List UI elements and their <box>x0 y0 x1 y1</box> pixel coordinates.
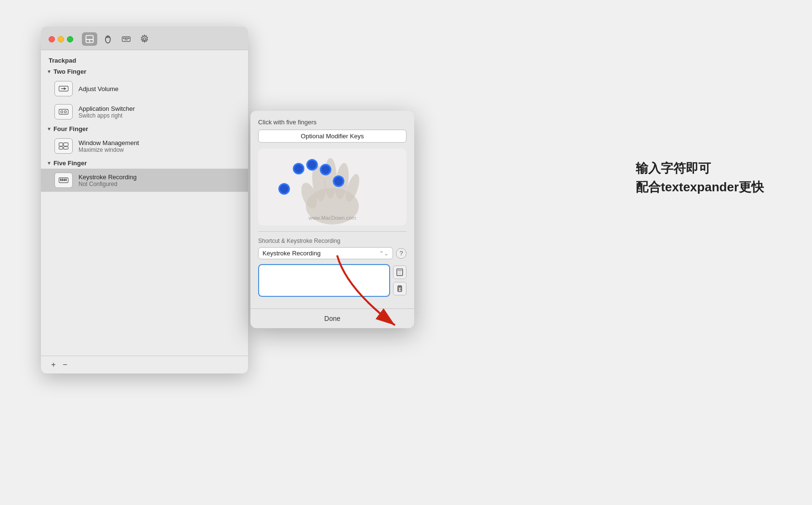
four-finger-group-toggle[interactable]: ▼ Four Finger <box>41 123 248 134</box>
middle-dot <box>306 159 318 171</box>
shortcut-row: Keystroke Recording ⌃⌄ ? <box>258 247 406 259</box>
svg-rect-41 <box>398 287 402 292</box>
settings-tab-icon[interactable] <box>137 32 152 46</box>
window-management-title: Window Management <box>79 139 139 146</box>
svg-point-8 <box>125 38 126 39</box>
window-management-icon <box>54 138 73 154</box>
five-finger-arrow-icon: ▼ <box>47 160 52 166</box>
keyboard-tab-icon[interactable] <box>118 32 134 46</box>
five-finger-label: Five Finger <box>53 159 87 167</box>
save-button[interactable] <box>393 266 406 279</box>
app-switcher-text: Application Switcher Switch apps right <box>79 105 135 119</box>
svg-point-27 <box>65 180 66 181</box>
annotation-text: 输入字符即可 配合textexpander更快 <box>636 159 764 197</box>
four-finger-label: Four Finger <box>53 125 88 133</box>
svg-marker-15 <box>64 87 66 90</box>
shortcut-select-chevron-icon: ⌃⌄ <box>379 250 389 257</box>
maximize-button[interactable] <box>67 36 73 42</box>
list-item-app-switcher[interactable]: Application Switcher Switch apps right <box>41 100 248 123</box>
shortcut-selected-label: Keystroke Recording <box>262 250 321 257</box>
hand-illustration: www.MacDown.com <box>258 148 406 226</box>
svg-point-30 <box>64 179 65 179</box>
watermark: www.MacDown.com <box>308 215 356 221</box>
traffic-lights <box>49 36 73 42</box>
modifier-keys-button[interactable]: Optional Modifier Keys <box>258 130 406 143</box>
toolbar-icons <box>82 32 152 46</box>
svg-rect-19 <box>59 143 63 146</box>
window-management-subtitle: Maximize window <box>79 146 139 153</box>
keystroke-recording-text: Keystroke Recording Not Configured <box>79 173 137 187</box>
keystroke-input-field[interactable] <box>258 264 390 297</box>
input-side-buttons <box>393 264 406 297</box>
keystroke-recording-icon <box>54 173 73 188</box>
two-finger-group-toggle[interactable]: ▼ Two Finger <box>41 66 248 77</box>
index-dot <box>293 163 304 174</box>
minimize-button[interactable] <box>58 36 64 42</box>
svg-rect-20 <box>64 143 68 146</box>
add-item-button[interactable]: + <box>49 360 58 370</box>
trackpad-tab-icon[interactable] <box>82 32 97 46</box>
keystroke-input-row <box>258 264 406 297</box>
svg-point-17 <box>61 111 63 113</box>
adjust-volume-text: Adjust Volume <box>79 85 118 93</box>
svg-point-26 <box>64 180 65 181</box>
list-item-keystroke-recording[interactable]: Keystroke Recording Not Configured <box>41 169 248 192</box>
window-management-text: Window Management Maximize window <box>79 139 139 153</box>
sidebar-content: Trackpad ▼ Two Finger Adjust Volume <box>41 50 248 356</box>
title-bar <box>41 27 248 50</box>
svg-point-18 <box>64 111 66 113</box>
close-button[interactable] <box>49 36 55 42</box>
app-switcher-subtitle: Switch apps right <box>79 112 135 119</box>
done-bar: Done <box>250 308 414 328</box>
thumb-dot <box>278 183 290 195</box>
list-item-window-management[interactable]: Window Management Maximize window <box>41 134 248 158</box>
adjust-volume-title: Adjust Volume <box>79 85 118 93</box>
bottom-bar: + − <box>41 356 248 373</box>
shortcut-type-select[interactable]: Keystroke Recording ⌃⌄ <box>258 247 393 259</box>
magic-mouse-tab-icon[interactable] <box>100 32 116 46</box>
divider <box>258 231 406 232</box>
svg-point-24 <box>60 180 61 181</box>
svg-point-25 <box>62 180 63 181</box>
keystroke-recording-subtitle: Not Configured <box>79 181 137 187</box>
trackpad-section-header: Trackpad <box>41 55 248 66</box>
svg-rect-21 <box>59 146 63 149</box>
four-finger-arrow-icon: ▼ <box>47 126 52 132</box>
done-button[interactable]: Done <box>324 315 340 322</box>
two-finger-arrow-icon: ▼ <box>47 69 52 74</box>
two-finger-label: Two Finger <box>53 68 86 75</box>
detail-panel: Click with five fingers Optional Modifie… <box>250 111 414 328</box>
shortcut-section-label: Shortcut & Keystroke Recording <box>258 238 406 244</box>
svg-rect-40 <box>398 272 401 275</box>
app-switcher-title: Application Switcher <box>79 105 135 112</box>
adjust-volume-icon <box>54 81 73 96</box>
svg-rect-22 <box>64 146 68 149</box>
svg-point-7 <box>123 38 124 39</box>
gesture-label: Click with five fingers <box>258 119 406 126</box>
five-finger-group-toggle[interactable]: ▼ Five Finger <box>41 158 248 169</box>
main-panel: Trackpad ▼ Two Finger Adjust Volume <box>41 27 248 373</box>
ring-dot <box>320 164 331 175</box>
annotation-line2: 配合textexpander更快 <box>636 178 764 197</box>
remove-item-button[interactable]: − <box>60 360 70 370</box>
svg-rect-39 <box>398 269 402 271</box>
delete-button[interactable] <box>393 282 406 295</box>
pinky-dot <box>333 175 344 187</box>
svg-point-29 <box>62 179 63 179</box>
svg-point-10 <box>128 38 129 39</box>
svg-point-12 <box>144 38 146 40</box>
keystroke-recording-title: Keystroke Recording <box>79 173 137 181</box>
app-switcher-icon <box>54 104 73 120</box>
svg-point-28 <box>60 179 61 179</box>
list-item-adjust-volume[interactable]: Adjust Volume <box>41 77 248 100</box>
help-button[interactable]: ? <box>396 248 406 259</box>
detail-content: Click with five fingers Optional Modifie… <box>250 111 414 308</box>
annotation-line1: 输入字符即可 <box>636 159 764 178</box>
svg-point-31 <box>65 179 66 179</box>
svg-rect-16 <box>59 109 68 114</box>
svg-point-9 <box>127 38 128 39</box>
svg-rect-5 <box>122 37 131 41</box>
